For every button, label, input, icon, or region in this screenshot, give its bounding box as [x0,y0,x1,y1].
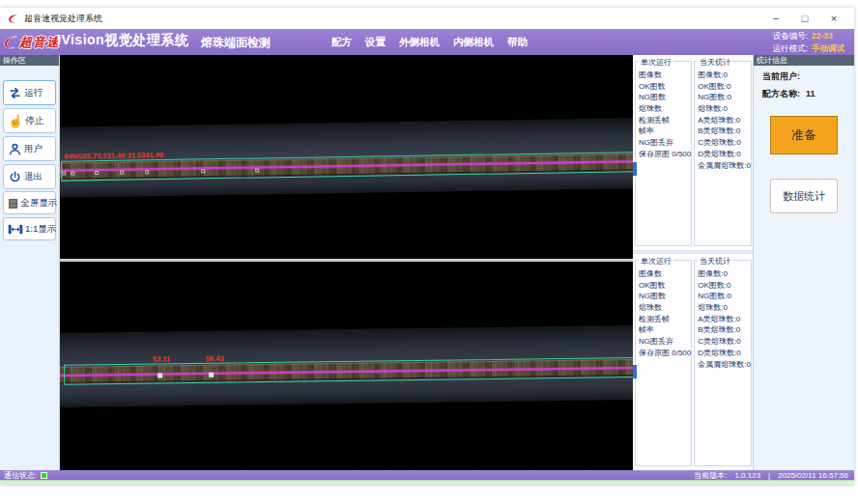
brand-logo: 超音速 [3,31,60,53]
run-loop-icon [8,86,22,100]
image-area: 44NG85.79,531.49 31.5341.49 53.11 [60,55,633,470]
exit-button[interactable]: 退出 [3,164,56,189]
menu-item-settings[interactable]: 设置 [365,36,386,49]
outer-camera-viewport[interactable]: 44NG85.79,531.49 31.5341.49 [60,55,633,259]
stat-row: 金属屑熔珠数:0 [698,160,751,172]
stop-hand-icon: ☝ [8,115,23,127]
stat-row: D类熔珠数:0 [698,149,751,160]
prepare-button[interactable]: 准备 [770,116,838,154]
groupbox-today: 当天统计 图像数:0OK图数:0NG图数:0熔珠数:0A类熔珠数:0B类熔珠数:… [694,61,752,246]
datetime-value: 2025/02/11 16:57:56 [778,471,848,480]
window-bottom-strip [0,480,854,485]
groupbox-single-run: 单次运行 图像数OK图数NG图数熔珠数检测丢帧帧率NG图丢弃保存原图 0/500 [635,260,692,466]
stats-panel-top: 单次运行 图像数OK图数NG图数熔珠数检测丢帧帧率NG图丢弃保存原图 0/500… [633,55,753,250]
user-button-label: 用户 [24,143,43,155]
stat-row: OK图数 [639,280,691,292]
screen: 超音速视觉处理系统 − □ × 超音速 IVision视觉处理系统 熔珠端面检测… [0,0,858,504]
stat-row: B类熔珠数:0 [698,324,751,336]
power-icon [8,170,22,184]
data-statistics-button[interactable]: 数据统计 [770,179,838,213]
status-separator: | [768,471,770,480]
stat-row: A类熔珠数:0 [698,115,751,126]
brand-swoosh-icon [3,35,18,50]
fullscreen-grid-icon: ▩ [8,197,18,209]
stat-row: 图像数:0 [698,268,751,280]
stop-button[interactable]: ☝ 停止 [3,108,56,133]
stat-row: OK图数:0 [698,280,751,292]
stat-row: NG图丢弃 [639,137,691,149]
close-icon[interactable]: × [819,8,848,29]
app-header: 超音速 IVision视觉处理系统 熔珠端面检测 配方 设置 外侧相机 内侧相机… [0,29,854,55]
stat-row: OK图数:0 [698,81,751,93]
stats-area: 单次运行 图像数OK图数NG图数熔珠数检测丢帧帧率NG图丢弃保存原图 0/500… [633,55,754,470]
groupbox-single-run: 单次运行 图像数OK图数NG图数熔珠数检测丢帧帧率NG图丢弃保存原图 0/500 [635,61,692,246]
brand-name: 超音速 [19,34,60,51]
stat-row: 帧率 [639,126,691,137]
stat-row: C类熔珠数:0 [698,137,751,149]
stat-row: 图像数 [639,268,691,280]
menu-bar: 配方 设置 外侧相机 内侧相机 帮助 [331,29,528,55]
menu-item-recipe[interactable]: 配方 [331,36,352,49]
one-to-one-button[interactable]: 1:1显示 [3,217,56,240]
menu-item-inner-camera[interactable]: 内侧相机 [453,36,494,49]
maximize-icon[interactable]: □ [790,8,819,29]
stat-row: NG图数:0 [698,291,751,302]
stat-row: NG图数 [639,291,691,302]
stats-panel-bottom: 单次运行 图像数OK图数NG图数熔珠数检测丢帧帧率NG图丢弃保存原图 0/500… [633,254,753,470]
user-icon [8,142,22,156]
menu-item-help[interactable]: 帮助 [507,36,528,49]
version-label: 当前版本: [694,470,727,481]
groupbox-today: 当天统计 图像数:0OK图数:0NG图数:0熔珠数:0A类熔珠数:0B类熔珠数:… [694,260,752,466]
user-button[interactable]: 用户 [3,136,56,161]
stat-row: 图像数 [639,70,691,81]
stat-row: NG图数:0 [698,92,751,103]
sidebar-header: 操作区 [0,55,59,66]
top-annotation: 44NG85.79,531.49 31.5341.49 [64,151,163,161]
stat-row: 金属屑熔珠数:0 [698,359,751,371]
page-title: IVision视觉处理系统 [57,32,188,49]
device-id-value: 22-33 [812,31,844,42]
inner-camera-viewport[interactable]: 53.11 56.43 [60,262,633,470]
app-window: 超音速视觉处理系统 − □ × 超音速 IVision视觉处理系统 熔珠端面检测… [0,8,854,485]
bottom-annotation-left: 53.11 [153,354,170,363]
fullscreen-button-label: 全屏显示 [20,197,57,210]
status-bar: 通信状态: 当前版本: 1.0.123 | 2025/02/11 16:57:5… [0,470,854,480]
main-area: 操作区 运行 ☝ 停止 用户 [0,55,854,470]
device-info: 设备编号: 22-33 运行模式: 手动调试 [773,31,844,55]
comm-status-label: 通信状态: [4,470,37,481]
groupbox-title: 单次运行 [639,256,673,266]
stat-row: 检测丢帧 [639,314,691,325]
run-mode-value: 手动调试 [812,43,844,55]
top-strip-group: 44NG85.79,531.49 31.5341.49 [60,55,633,259]
comm-status-indicator [41,472,47,479]
bottom-annotation-right: 56.43 [206,354,224,363]
info-panel-header: 统计信息 [754,55,854,66]
one-to-one-button-label: 1:1显示 [25,223,56,236]
run-button[interactable]: 运行 [3,80,56,105]
version-value: 1.0.123 [734,471,760,480]
run-button-label: 运行 [24,87,43,99]
sidebar: 操作区 运行 ☝ 停止 用户 [0,55,60,470]
groupbox-title: 当天统计 [698,256,732,266]
scrollbar-fragment[interactable] [633,162,637,176]
bottom-strip-group: 53.11 56.43 [60,262,633,470]
page-subtitle: 熔珠端面检测 [201,35,271,51]
window-title: 超音速视觉处理系统 [24,13,102,25]
stat-row: 熔珠数:0 [698,302,751,314]
stat-row: 熔珠数 [639,302,691,314]
scrollbar-fragment[interactable] [633,365,637,378]
groupbox-title: 当天统计 [698,57,732,68]
recipe-name-value: 11 [806,89,815,98]
info-panel: 统计信息 当前用户: 配方名称:11 准备 数据统计 [754,55,854,470]
stat-row: 图像数:0 [698,70,751,81]
stat-row: 保存原图 0/500 [639,348,691,359]
menu-item-outer-camera[interactable]: 外侧相机 [399,36,440,49]
recipe-name-label: 配方名称: [762,89,800,98]
minimize-icon[interactable]: − [761,8,790,29]
stat-row: 保存原图 0/500 [639,149,691,160]
window-titlebar: 超音速视觉处理系统 − □ × [0,8,854,29]
fullscreen-button[interactable]: ▩ 全屏显示 [3,191,56,214]
groupbox-title: 单次运行 [639,57,673,68]
stat-row: OK图数 [639,81,691,93]
stat-row: NG图丢弃 [639,336,691,348]
